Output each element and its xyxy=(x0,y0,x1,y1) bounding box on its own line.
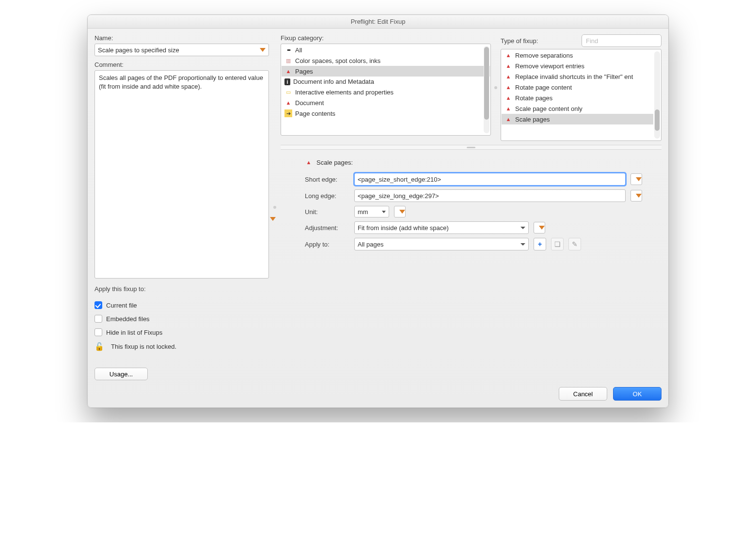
fixup-type-item-label: Rotate page content xyxy=(515,84,572,91)
form-title: Scale pages: xyxy=(316,159,353,166)
caret-down-icon xyxy=(539,226,545,230)
category-item[interactable]: iDocument info and Metadata xyxy=(282,77,490,87)
long-edge-input[interactable]: <page_size_long_edge:297> xyxy=(354,189,626,202)
comment-textarea[interactable]: Scales all pages of the PDF proportional… xyxy=(94,70,269,279)
pencil-icon: ✎ xyxy=(572,240,578,248)
unit-value: mm xyxy=(358,208,368,216)
fixup-type-item-label: Remove separations xyxy=(515,52,573,59)
duplicate-rule-button[interactable]: ❏ xyxy=(551,238,564,250)
apply-to-label: Apply to: xyxy=(305,241,349,248)
category-item-label: Color spaces, spot colors, inks xyxy=(295,57,380,64)
fixup-type-label: Type of fixup: xyxy=(501,37,538,45)
name-dropdown[interactable]: Scale pages to specified size xyxy=(94,44,269,56)
category-item-label: Document xyxy=(295,99,324,107)
short-edge-value: <page_size_short_edge:210> xyxy=(358,176,441,183)
long-edge-value: <page_size_long_edge:297> xyxy=(358,192,439,200)
grip-icon xyxy=(273,206,276,209)
name-value: Scale pages to specified size xyxy=(98,46,179,54)
pdf-icon: ▲ xyxy=(504,94,512,102)
note-icon: ▭ xyxy=(284,88,292,96)
pdf-icon: ▲ xyxy=(504,83,512,91)
find-input[interactable]: Find xyxy=(582,34,662,47)
edit-rule-button[interactable]: ✎ xyxy=(568,238,581,250)
fixup-type-item[interactable]: ▲Rotate pages xyxy=(502,93,653,103)
long-edge-label: Long edge: xyxy=(305,192,349,200)
panel-splitter-left[interactable] xyxy=(273,34,277,380)
fixup-type-item[interactable]: ▲Remove viewport entries xyxy=(502,61,653,71)
fixup-type-item[interactable]: ▲Replace invalid shortcuts in the "Filte… xyxy=(502,71,653,82)
fixup-type-item[interactable]: ▲Rotate page content xyxy=(502,82,653,93)
comment-text: Scales all pages of the PDF proportional… xyxy=(99,74,263,90)
category-label: Fixup category: xyxy=(281,34,491,42)
duplicate-icon: ❏ xyxy=(554,240,561,248)
checkbox-hide-in-list[interactable] xyxy=(94,328,102,336)
plus-icon: + xyxy=(538,240,542,248)
category-item[interactable]: ▲Pages xyxy=(282,66,490,77)
adjustment-select[interactable]: Fit from inside (add white space) xyxy=(354,221,529,234)
unit-picker[interactable] xyxy=(394,206,406,217)
fixup-type-item-label: Scale pages xyxy=(515,116,550,123)
scrollbar-thumb[interactable] xyxy=(655,109,660,131)
scrollbar-thumb[interactable] xyxy=(484,47,489,120)
adjustment-picker[interactable] xyxy=(534,222,545,233)
ok-button[interactable]: OK xyxy=(613,387,662,401)
pdf-icon: ▲ xyxy=(305,158,313,166)
pdf-icon: ▲ xyxy=(504,73,512,80)
usage-button[interactable]: Usage... xyxy=(94,368,148,380)
pdf-icon: ▲ xyxy=(284,67,292,75)
cancel-button[interactable]: Cancel xyxy=(559,387,607,401)
lock-status-text: This fixup is not locked. xyxy=(111,343,176,350)
category-item-label: All xyxy=(295,46,302,54)
category-item-label: Page contents xyxy=(295,110,335,117)
category-item[interactable]: ➔Page contents xyxy=(282,108,490,119)
scrollbar[interactable] xyxy=(484,46,489,133)
find-placeholder: Find xyxy=(586,37,598,45)
category-item-label: Pages xyxy=(295,68,313,75)
pdf-icon: ▲ xyxy=(284,99,292,107)
name-dropdown-caret[interactable] xyxy=(254,44,266,56)
short-edge-picker[interactable] xyxy=(630,173,642,185)
unit-select[interactable]: mm xyxy=(354,206,389,217)
fixup-type-item[interactable]: ▲Scale pages xyxy=(502,114,653,124)
panel-splitter-mid[interactable] xyxy=(494,34,498,141)
dialog-window: Preflight: Edit Fixup Name: Scale pages … xyxy=(87,15,669,408)
category-item[interactable]: •••All xyxy=(282,45,490,55)
window-title: Preflight: Edit Fixup xyxy=(88,15,668,29)
category-item-label: Document info and Metadata xyxy=(293,78,374,85)
horizontal-splitter[interactable] xyxy=(281,145,662,150)
caret-down-icon xyxy=(636,177,642,181)
category-item[interactable]: ▥Color spaces, spot colors, inks xyxy=(282,55,490,66)
chevron-down-icon xyxy=(520,227,525,229)
fixup-type-item-label: Rotate pages xyxy=(515,94,552,102)
arrow-icon: ➔ xyxy=(284,109,292,117)
pdf-icon: ▲ xyxy=(504,51,512,59)
scrollbar[interactable] xyxy=(654,51,660,139)
category-item-label: Interactive elements and properties xyxy=(295,89,394,96)
long-edge-picker[interactable] xyxy=(630,190,642,202)
all-icon: ••• xyxy=(284,46,292,54)
short-edge-label: Short edge: xyxy=(305,176,349,183)
caret-down-icon xyxy=(636,194,642,198)
short-edge-input[interactable]: <page_size_short_edge:210> xyxy=(354,173,626,186)
caret-down-icon xyxy=(260,48,266,52)
checkbox-embedded-files[interactable] xyxy=(94,315,102,323)
adjustment-value: Fit from inside (add white space) xyxy=(358,224,449,232)
fixup-type-item[interactable]: ▲Scale page content only xyxy=(502,103,653,114)
unit-label: Unit: xyxy=(305,208,349,216)
grip-icon xyxy=(494,86,497,89)
apply-to-select[interactable]: All pages xyxy=(354,238,529,250)
category-item[interactable]: ▭Interactive elements and properties xyxy=(282,87,490,97)
apply-to-value: All pages xyxy=(358,241,383,248)
fixup-type-item-label: Replace invalid shortcuts in the "Filter… xyxy=(515,73,633,80)
grip-icon xyxy=(467,147,475,148)
category-item[interactable]: ▲Document xyxy=(282,97,490,108)
lock-icon: 🔓 xyxy=(94,342,104,351)
fixup-type-listbox[interactable]: ▲Remove separations▲Remove viewport entr… xyxy=(501,49,662,141)
swatch-icon: ▥ xyxy=(284,57,292,64)
add-rule-button[interactable]: + xyxy=(534,238,546,250)
category-listbox[interactable]: •••All▥Color spaces, spot colors, inks▲P… xyxy=(281,44,491,136)
checkbox-current-file[interactable] xyxy=(94,301,102,309)
expand-toggle[interactable] xyxy=(269,214,276,224)
dialog-footer: Cancel OK xyxy=(88,387,668,407)
fixup-type-item[interactable]: ▲Remove separations xyxy=(502,50,653,61)
